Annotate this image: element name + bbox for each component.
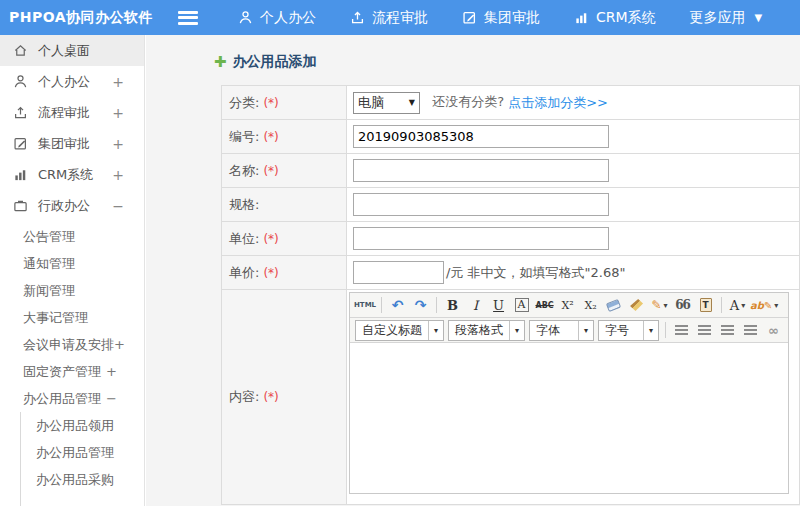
topbar: PHPOA协同办公软件 个人办公 流程审批 [0,0,800,35]
toolbar-separator [721,297,722,313]
sidebar-item-supplies-manage[interactable]: 办公用品管理 [21,439,144,466]
clipboard-icon: T [700,298,712,312]
font-border-button[interactable]: A [511,295,532,315]
name-input[interactable] [353,159,609,182]
expander-plus[interactable]: + [112,167,124,183]
caret-down-icon: ▾ [509,321,524,340]
align-right-button[interactable] [717,320,738,340]
sidebar-item-crm-system[interactable]: CRM系统 + [0,159,144,190]
edit-icon [462,10,477,25]
sidebar-item-label: 办公用品领用 [36,417,114,435]
align-center-button[interactable] [694,320,715,340]
price-input[interactable] [353,261,444,284]
highlight-color-button[interactable]: ab✎▾ [750,295,778,315]
italic-button[interactable]: I [465,295,486,315]
sidebar-item-label: 固定资产管理 [23,363,101,381]
category-hint: 还没有分类? [432,94,504,109]
sidebar-item-news-mgmt[interactable]: 新闻管理 [0,277,144,304]
sidebar-item-group-approval[interactable]: 集团审批 + [0,128,144,159]
sidebar-subsubmenu-office-supplies: 办公用品领用 办公用品管理 办公用品采购 [20,412,144,506]
required-mark: (*) [263,164,278,178]
format-brush-button[interactable] [626,295,647,315]
sidebar-item-meeting-mgmt[interactable]: 会议申请及安排 + [0,331,144,358]
font-color-button[interactable]: A▾ [727,295,748,315]
nav-group-approval[interactable]: 集团审批 [462,9,540,27]
menu-toggle-icon[interactable] [178,11,198,25]
sidebar-item-label: 流程审批 [38,104,90,122]
caret-down-icon: ▼ [755,12,763,23]
justify-button[interactable] [740,320,761,340]
expander-plus[interactable]: + [114,337,125,352]
nav-personal-office[interactable]: 个人办公 [238,9,316,27]
form-row-content: 内容:(*) HTML ↶ ↷ B I U A [222,290,800,505]
auto-typeset-button[interactable]: ✎▾ [649,295,670,315]
align-right-icon [721,325,734,335]
nav-more-apps[interactable]: 更多应用 ▼ [690,9,763,27]
paragraph-format-select[interactable]: 段落格式 ▾ [448,320,525,341]
subscript-button[interactable]: X₂ [580,295,601,315]
blockquote-button[interactable]: 66 [672,295,693,315]
caret-down-icon: ▾ [741,301,745,310]
expander-minus[interactable]: − [106,391,117,406]
sidebar-item-events-mgmt[interactable]: 大事记管理 [0,304,144,331]
expander-plus[interactable]: + [106,364,117,379]
sidebar-item-process-approval[interactable]: 流程审批 + [0,97,144,128]
editor-toolbar-row2: 自定义标题 ▾ 段落格式 ▾ 字体 ▾ [350,318,788,343]
unit-input[interactable] [353,227,609,250]
bold-button[interactable]: B [442,295,463,315]
html-source-button[interactable]: HTML [354,295,376,315]
category-select[interactable]: 电脑 ▼ [353,92,420,114]
form-row-name: 名称:(*) [222,154,800,188]
strikethrough-button[interactable]: ABC [534,295,555,315]
home-icon [12,42,29,59]
underline-button[interactable]: U [488,295,509,315]
spec-label: 规格: [222,188,347,222]
expander-minus[interactable]: − [112,198,124,214]
sidebar-item-personal-desktop[interactable]: 个人桌面 [0,35,144,66]
chart-icon [574,10,589,25]
superscript-button[interactable]: X² [557,295,578,315]
sidebar-item-label: 公告管理 [23,228,75,246]
required-mark: (*) [263,266,278,280]
add-category-link[interactable]: 点击添加分类>> [508,94,608,109]
expander-plus[interactable]: + [112,105,124,121]
redo-button[interactable]: ↷ [410,295,431,315]
spec-input[interactable] [353,193,609,216]
toolbar-separator [665,322,666,338]
link-icon: ∞ [768,323,779,338]
sidebar-item-notice-mgmt[interactable]: 通知管理 [0,250,144,277]
expander-plus[interactable]: + [112,136,124,152]
sidebar-item-fixed-assets-mgmt[interactable]: 固定资产管理 + [0,358,144,385]
broom-icon [630,299,643,311]
eraser-button[interactable] [603,295,624,315]
font-family-select[interactable]: 字体 ▾ [529,320,594,341]
form-row-category: 分类:(*) 电脑 ▼ 还没有分类? 点击添加分类>> [222,86,800,120]
code-label: 编号:(*) [222,120,347,154]
main-content: ✚ 办公用品添加 分类:(*) 电脑 ▼ 还没有分类? 点击添加分类>> [146,35,800,506]
nav-crm-system[interactable]: CRM系统 [574,9,656,27]
sidebar-item-supplies-claim[interactable]: 办公用品领用 [21,412,144,439]
category-selected-value: 电脑 [358,94,384,112]
code-input[interactable] [353,125,609,148]
required-mark: (*) [263,390,278,404]
sidebar-item-admin-office[interactable]: 行政办公 − [0,190,144,221]
undo-button[interactable]: ↶ [387,295,408,315]
align-left-button[interactable] [671,320,692,340]
sidebar-item-personal-office[interactable]: 个人办公 + [0,66,144,97]
custom-heading-select[interactable]: 自定义标题 ▾ [355,320,444,341]
font-size-select[interactable]: 字号 ▾ [598,320,659,341]
insert-link-button[interactable]: ∞ [763,320,784,340]
sidebar-item-announcement-mgmt[interactable]: 公告管理 [0,223,144,250]
edit-icon [12,135,29,152]
page-title-text: 办公用品添加 [233,53,317,71]
sidebar-item-label: 通知管理 [23,255,75,273]
paste-plain-button[interactable]: T [695,295,716,315]
sidebar-item-supplies-purchase[interactable]: 办公用品采购 [21,466,144,493]
nav-process-approval[interactable]: 流程审批 [350,9,428,27]
page-title: ✚ 办公用品添加 [214,53,800,71]
sidebar-item-label: 个人办公 [38,73,90,91]
expander-plus[interactable]: + [112,74,124,90]
sidebar-item-office-supplies-mgmt[interactable]: 办公用品管理 − [0,385,144,412]
editor-body[interactable] [350,343,788,493]
select-arrow-icon: ▼ [409,98,415,107]
